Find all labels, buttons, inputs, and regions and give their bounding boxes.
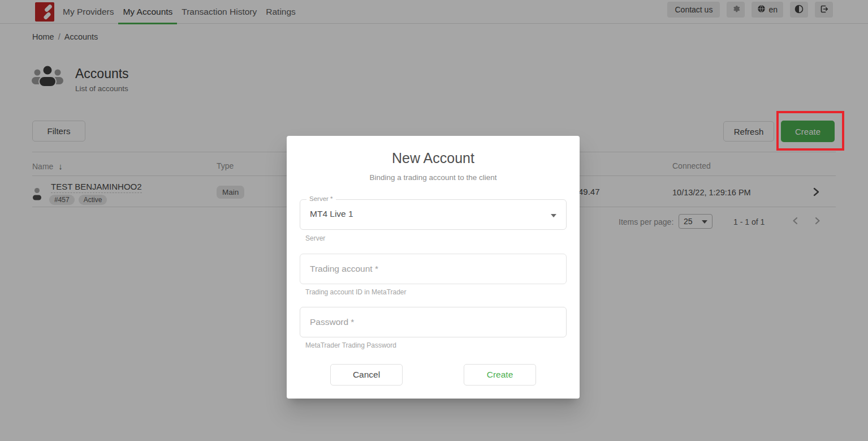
app-window: My Providers My Accounts Transaction His… xyxy=(0,0,868,441)
new-account-modal: New Account Binding a trading account to… xyxy=(287,136,580,399)
server-select-value: MT4 Live 1 xyxy=(310,209,353,219)
server-select[interactable]: Server * MT4 Live 1 xyxy=(300,199,567,230)
modal-subtitle: Binding a trading account to the client xyxy=(287,173,580,182)
trading-account-helper-text: Trading account ID in MetaTrader xyxy=(305,288,407,296)
password-field-wrap xyxy=(300,307,567,337)
server-helper-text: Server xyxy=(305,234,325,242)
trading-account-input[interactable] xyxy=(300,254,566,284)
modal-title: New Account xyxy=(287,150,580,166)
password-helper-text: MetaTrader Trading Password xyxy=(305,341,396,349)
server-select-label: Server * xyxy=(306,195,336,202)
chevron-down-icon xyxy=(551,214,556,217)
modal-create-button[interactable]: Create xyxy=(464,364,536,386)
password-input[interactable] xyxy=(300,307,566,337)
trading-account-field-wrap xyxy=(300,254,567,284)
modal-cancel-button[interactable]: Cancel xyxy=(330,364,403,386)
